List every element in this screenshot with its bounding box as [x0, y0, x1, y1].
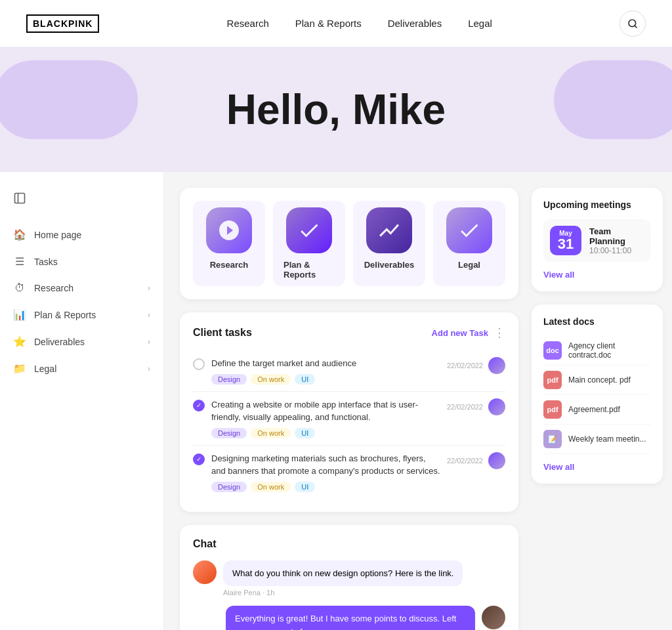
- task-body: Designing marketing materials such as br…: [211, 452, 440, 492]
- plan-card-label: Plan & Reports: [284, 260, 335, 280]
- nav-legal[interactable]: Legal: [468, 18, 492, 29]
- svg-line-1: [635, 26, 637, 28]
- search-button[interactable]: [620, 10, 646, 37]
- doc-item[interactable]: 📝 Weekly team meetin...: [543, 425, 651, 454]
- sidebar-label-research: Research: [34, 283, 74, 293]
- message-meta: Alaire Pena · 1h: [223, 589, 463, 597]
- tag-design: Design: [211, 374, 247, 385]
- category-deliverables[interactable]: Deliverables: [353, 201, 425, 286]
- meeting-info: Team Planning 10:00-11:00: [589, 226, 644, 255]
- task-body: Define the target market and audience De…: [211, 357, 440, 385]
- sidebar-label-tasks: Tasks: [34, 257, 58, 267]
- sidebar-collapse-button[interactable]: [0, 185, 163, 214]
- left-column: Research Plan & Reports Deliverables: [180, 188, 518, 614]
- task-checkbox[interactable]: [193, 358, 205, 370]
- deliverables-icon: ⭐: [13, 335, 26, 348]
- task-date: 22/02/2022: [447, 457, 483, 465]
- sidebar-item-research[interactable]: ⏱ Research ›: [0, 276, 163, 301]
- tasks-title: Client tasks: [193, 327, 252, 339]
- avatar: [482, 606, 505, 629]
- main-layout: 🏠 Home page ☰ Tasks ⏱ Research › 📊 Plan …: [0, 172, 672, 630]
- sidebar-label-homepage: Home page: [34, 230, 81, 240]
- task-meta: 22/02/2022: [447, 452, 505, 469]
- main-nav: Research Plan & Reports Deliverables Leg…: [227, 18, 492, 29]
- meeting-time: 10:00-11:00: [589, 246, 644, 255]
- svg-rect-2: [15, 194, 25, 203]
- tag-onwork: On work: [251, 428, 291, 438]
- legal-icon: 📁: [13, 362, 26, 375]
- category-plan-reports[interactable]: Plan & Reports: [273, 201, 345, 286]
- task-text: Designing marketing materials such as br…: [211, 452, 440, 478]
- doc-item[interactable]: pdf Agreement.pdf: [543, 395, 651, 425]
- tag-design: Design: [211, 428, 247, 438]
- nav-research[interactable]: Research: [227, 18, 269, 29]
- message-text: What do you think on new design options?…: [232, 567, 453, 580]
- category-research[interactable]: Research: [193, 201, 265, 286]
- tag-ui: UI: [295, 428, 315, 438]
- home-icon: 🏠: [13, 228, 26, 241]
- task-text: Define the target market and audience: [211, 357, 440, 370]
- legal-card-label: Legal: [458, 260, 480, 270]
- nav-deliverables[interactable]: Deliverables: [388, 18, 442, 29]
- message-text: Everything is great! But I have some poi…: [235, 612, 466, 630]
- docs-view-all-link[interactable]: View all: [543, 462, 651, 472]
- doc-item[interactable]: pdf Main concept. pdf: [543, 366, 651, 395]
- avatar: [488, 357, 505, 374]
- tag-onwork: On work: [251, 374, 291, 385]
- search-icon: [627, 18, 638, 29]
- task-checkbox[interactable]: ✓: [193, 400, 205, 411]
- avatar: [193, 560, 217, 584]
- plan-icon: 📊: [13, 308, 26, 321]
- avatar: [488, 398, 505, 415]
- doc-icon: pdf: [543, 371, 562, 389]
- task-tags: Design On work UI: [211, 482, 440, 492]
- task-checkbox[interactable]: ✓: [193, 453, 205, 465]
- tag-ui: UI: [295, 482, 315, 492]
- plan-card-icon: [286, 207, 332, 253]
- chat-title: Chat: [193, 538, 505, 550]
- research-card-label: Research: [210, 260, 249, 270]
- deliverables-card-label: Deliverables: [364, 260, 415, 270]
- sidebar-item-tasks[interactable]: ☰ Tasks: [0, 249, 163, 274]
- sidebar-item-homepage[interactable]: 🏠 Home page: [0, 222, 163, 247]
- category-legal[interactable]: Legal: [433, 201, 505, 286]
- sidebar-item-deliverables[interactable]: ⭐ Deliverables ›: [0, 329, 163, 354]
- doc-icon: pdf: [543, 400, 562, 419]
- message-bubble: Everything is great! But I have some poi…: [226, 606, 475, 630]
- hero-decoration-right: [554, 60, 672, 139]
- logo[interactable]: BLACKPINK: [26, 14, 99, 33]
- sidebar-item-plan-reports[interactable]: 📊 Plan & Reports ›: [0, 302, 163, 327]
- header: BLACKPINK Research Plan & Reports Delive…: [0, 0, 672, 47]
- meetings-title: Upcoming meetings: [543, 200, 651, 210]
- sidebar-item-legal[interactable]: 📁 Legal ›: [0, 356, 163, 381]
- meeting-item: May 31 Team Planning 10:00-11:00: [543, 219, 651, 262]
- avatar: [488, 452, 505, 469]
- sidebar-label-plan-reports: Plan & Reports: [34, 310, 96, 320]
- research-icon: ⏱: [13, 282, 26, 294]
- hero-section: Hello, Mike: [0, 47, 672, 172]
- hero-decoration-left: [0, 60, 138, 139]
- task-item: ✓ Designing marketing materials such as …: [193, 446, 505, 499]
- tag-ui: UI: [295, 374, 315, 385]
- meeting-day: 31: [556, 237, 575, 251]
- meetings-view-all-link[interactable]: View all: [543, 270, 651, 280]
- tasks-menu-icon[interactable]: ⋮: [494, 326, 505, 340]
- task-meta: 22/02/2022: [447, 398, 505, 415]
- chat-message-right: Everything is great! But I have some poi…: [193, 606, 505, 630]
- content-area: Research Plan & Reports Deliverables: [164, 172, 672, 630]
- message-content: What do you think on new design options?…: [223, 560, 463, 587]
- tag-onwork: On work: [251, 482, 291, 492]
- task-meta: 22/02/2022: [447, 357, 505, 374]
- doc-name: Main concept. pdf: [568, 375, 631, 385]
- chevron-right-icon: ›: [148, 310, 150, 320]
- add-task-button[interactable]: Add new Task: [432, 328, 488, 338]
- docs-title: Latest docs: [543, 316, 651, 327]
- chat-card: Chat What do you think on new design opt…: [180, 525, 518, 631]
- client-tasks-card: Client tasks Add new Task ⋮ Define the t…: [180, 312, 518, 512]
- task-text: Creating a website or mobile app interfa…: [211, 398, 440, 424]
- meetings-card: Upcoming meetings May 31 Team Planning 1…: [532, 188, 663, 291]
- task-item: ✓ Creating a website or mobile app inter…: [193, 392, 505, 446]
- nav-plan-reports[interactable]: Plan & Reports: [295, 18, 362, 29]
- research-card-icon: [206, 207, 252, 253]
- doc-item[interactable]: doc Agency client contract.doc: [543, 336, 651, 366]
